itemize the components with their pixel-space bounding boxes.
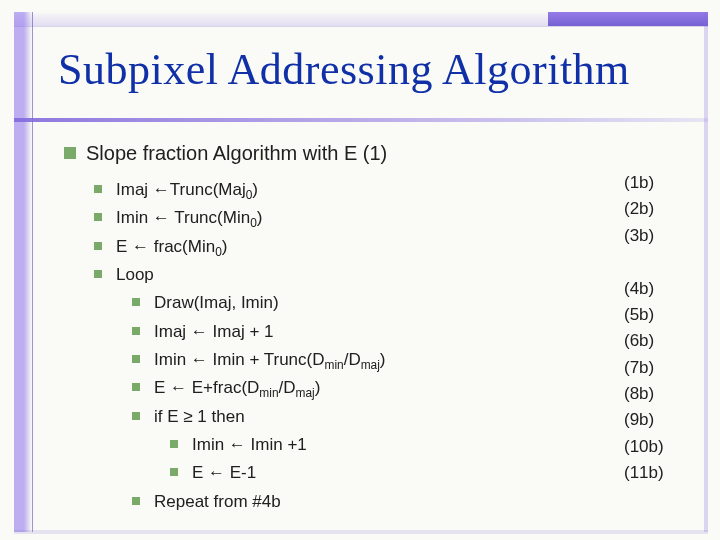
bullet-icon — [132, 355, 140, 363]
bullet-icon — [94, 213, 102, 221]
bullet-icon — [64, 147, 76, 159]
decoration-right-strip — [704, 12, 708, 532]
algo-line-7: Imin ← Imin + Trunc(Dmin/Dmaj) — [132, 347, 692, 373]
line-label: (6b) — [624, 328, 680, 354]
algo-line-12: Repeat from #4b — [132, 489, 692, 515]
algo-text: Draw(Imaj, Imin) — [154, 293, 279, 312]
bullet-icon — [94, 242, 102, 250]
bullet-icon — [132, 497, 140, 505]
bullet-icon — [94, 270, 102, 278]
algo-line-4-loop: Loop — [94, 262, 692, 288]
decoration-title-underline — [14, 118, 708, 122]
decoration-bottom — [14, 530, 708, 534]
line-number-column: (1b) (2b) (3b) . (4b) (5b) (6b) (7b) (8b… — [624, 170, 680, 486]
algo-line-2: Imin ← Trunc(Min0) — [94, 205, 692, 231]
algo-text: Imaj ← Imaj + 1 — [154, 322, 274, 341]
bullet-icon — [94, 185, 102, 193]
line-label: (4b) — [624, 276, 680, 302]
algo-text: Imin ← Imin + Trunc(Dmin/Dmaj) — [154, 350, 386, 369]
line-label: (8b) — [624, 381, 680, 407]
algo-text: Imin ← Trunc(Min0) — [116, 208, 262, 227]
algo-text: if E ≥ 1 then — [154, 407, 245, 426]
slide: Subpixel Addressing Algorithm Slope frac… — [0, 0, 720, 540]
algo-line-8: E ← E+frac(Dmin/Dmaj) — [132, 375, 692, 401]
algo-line-6: Imaj ← Imaj + 1 — [132, 319, 692, 345]
algo-line-1: Imaj ←Trunc(Maj0) — [94, 177, 692, 203]
decoration-left-bar — [14, 12, 33, 532]
algo-line-10: Imin ← Imin +1 — [170, 432, 692, 458]
bullet-icon — [170, 440, 178, 448]
bullet-icon — [170, 468, 178, 476]
line-label: (9b) — [624, 407, 680, 433]
bullet-icon — [132, 327, 140, 335]
heading-bullet: Slope fraction Algorithm with E (1) — [64, 138, 692, 169]
slide-title: Subpixel Addressing Algorithm — [58, 44, 630, 95]
decoration-top-right — [548, 12, 708, 26]
algo-text: E ← E+frac(Dmin/Dmaj) — [154, 378, 320, 397]
algo-line-11: E ← E-1 — [170, 460, 692, 486]
line-label: (5b) — [624, 302, 680, 328]
algo-line-5: Draw(Imaj, Imin) — [132, 290, 692, 316]
algo-line-3: E ← frac(Min0) — [94, 234, 692, 260]
bullet-icon — [132, 298, 140, 306]
bullet-icon — [132, 412, 140, 420]
algo-text: Imin ← Imin +1 — [192, 435, 307, 454]
line-label: (10b) — [624, 434, 680, 460]
bullet-icon — [132, 383, 140, 391]
slide-content: Slope fraction Algorithm with E (1) Imaj… — [64, 138, 692, 517]
heading-text: Slope fraction Algorithm with E (1) — [86, 142, 387, 164]
algo-line-9: if E ≥ 1 then — [132, 404, 692, 430]
algo-text: Loop — [116, 265, 154, 284]
algo-text: E ← E-1 — [192, 463, 256, 482]
algo-text: Repeat from #4b — [154, 492, 281, 511]
line-label: (1b) — [624, 170, 680, 196]
line-label: (2b) — [624, 196, 680, 222]
line-label: (3b) — [624, 223, 680, 249]
algo-text: Imaj ←Trunc(Maj0) — [116, 180, 258, 199]
algo-text: E ← frac(Min0) — [116, 237, 227, 256]
line-label: (7b) — [624, 355, 680, 381]
line-label: (11b) — [624, 460, 680, 486]
